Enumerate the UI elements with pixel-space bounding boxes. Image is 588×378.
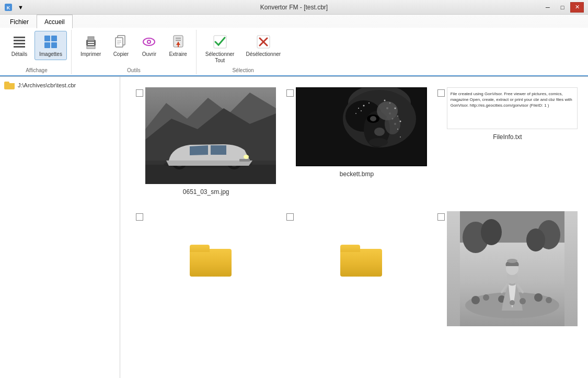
svg-rect-9: [51, 42, 57, 48]
svg-text:K: K: [7, 5, 10, 10]
svg-point-59: [355, 113, 356, 114]
svg-point-62: [384, 100, 386, 101]
print-icon: [83, 33, 99, 50]
svg-point-69: [386, 107, 388, 109]
window-controls: ─ □ ✕: [541, 2, 584, 13]
copy-icon: [112, 33, 129, 50]
file-name: 0651_03_sm.jpg: [183, 188, 229, 196]
file-checkbox[interactable]: [437, 89, 445, 97]
sidebar-path: J:\Archives\cbr\test.cbr: [18, 82, 76, 88]
svg-point-79: [526, 228, 545, 251]
folder-icon-large: [340, 243, 382, 277]
file-thumbnail-container: [136, 87, 276, 184]
selectionner-tout-label: SélectionnerTout: [205, 51, 235, 64]
file-checkbox[interactable]: [286, 89, 294, 97]
imagettes-button[interactable]: Imagettes: [34, 31, 67, 60]
svg-point-58: [361, 110, 362, 111]
ribbon-tabs: Fichier Accueil: [0, 15, 588, 28]
selection-buttons: SélectionnerTout Désélectionner: [201, 31, 285, 66]
ribbon: Fichier Accueil Détails: [0, 15, 588, 77]
file-grid: 0651_03_sm.jpg: [136, 87, 578, 330]
file-thumbnail: [296, 87, 426, 166]
system-menu[interactable]: ▼: [16, 4, 26, 11]
title-bar-menu: ▼: [16, 4, 26, 11]
svg-point-66: [400, 121, 401, 122]
window-title: Konvertor FM - [test.cbr]: [260, 4, 328, 11]
svg-point-63: [389, 102, 390, 104]
file-thumbnail-container: [286, 211, 426, 308]
svg-rect-8: [44, 42, 50, 48]
file-name: beckett.bmp: [340, 170, 374, 178]
selectionner-tout-button[interactable]: SélectionnerTout: [201, 31, 239, 66]
folder-icon: [4, 81, 15, 89]
maximize-button[interactable]: □: [556, 2, 569, 13]
list-item[interactable]: [437, 211, 578, 330]
svg-rect-7: [51, 36, 57, 41]
svg-rect-5: [14, 46, 25, 48]
check-icon: [212, 33, 228, 50]
tab-fichier[interactable]: Fichier: [2, 15, 37, 28]
extraire-button[interactable]: Extraire: [164, 31, 191, 60]
alice-image: [447, 211, 578, 326]
ouvrir-label: Ouvrir: [142, 51, 156, 58]
deselectionner-button[interactable]: Désélectionner: [241, 31, 285, 60]
svg-point-71: [392, 118, 394, 120]
title-bar: K ▼ Konvertor FM - [test.cbr] ─ □ ✕: [0, 0, 588, 15]
svg-point-91: [510, 300, 515, 305]
uncheck-icon: [255, 33, 272, 50]
title-bar-left: K ▼: [4, 3, 26, 12]
selection-group-label: Sélection: [232, 67, 253, 73]
svg-point-61: [368, 102, 370, 104]
outils-buttons: Imprimer Copier: [76, 31, 192, 66]
file-thumbnail-container: [437, 211, 578, 326]
list-item[interactable]: [286, 211, 426, 330]
file-thumbnail-container: [286, 87, 426, 166]
file-checkbox[interactable]: [136, 89, 143, 97]
ribbon-group-selection: SélectionnerTout Désélectionner Sélectio…: [197, 30, 290, 74]
copier-label: Copier: [113, 51, 129, 58]
minimize-button[interactable]: ─: [541, 2, 555, 13]
sidebar: J:\Archives\cbr\test.cbr: [0, 77, 120, 378]
imprimer-button[interactable]: Imprimer: [76, 31, 106, 60]
svg-rect-13: [88, 37, 94, 41]
svg-point-55: [374, 128, 385, 136]
svg-point-85: [546, 297, 552, 303]
details-button[interactable]: Détails: [6, 31, 32, 60]
file-checkbox[interactable]: [437, 213, 445, 221]
svg-point-70: [389, 112, 391, 114]
list-item[interactable]: beckett.bmp: [286, 87, 426, 196]
sidebar-item-archive[interactable]: J:\Archives\cbr\test.cbr: [0, 79, 120, 91]
file-thumbnail: [145, 87, 276, 184]
file-thumbnail-container: File created using GonVisor. Free viewer…: [437, 87, 578, 129]
list-item[interactable]: [136, 211, 276, 330]
list-item[interactable]: File created using GonVisor. Free viewer…: [437, 87, 578, 196]
list-icon: [11, 33, 28, 50]
svg-point-84: [534, 293, 543, 302]
file-checkbox[interactable]: [136, 213, 143, 221]
ribbon-group-outils: Imprimer Copier: [72, 30, 197, 74]
svg-rect-11: [88, 42, 94, 43]
svg-rect-6: [44, 36, 50, 41]
extract-icon: [170, 33, 187, 50]
tab-accueil[interactable]: Accueil: [37, 15, 73, 28]
close-button[interactable]: ✕: [570, 2, 584, 13]
file-checkbox[interactable]: [286, 213, 294, 221]
svg-point-64: [395, 108, 396, 109]
svg-point-67: [397, 129, 398, 130]
ouvrir-button[interactable]: Ouvrir: [136, 31, 162, 60]
svg-point-82: [483, 294, 489, 301]
grid-icon: [42, 33, 59, 50]
svg-rect-4: [14, 43, 25, 44]
svg-rect-12: [88, 44, 94, 45]
outils-group-label: Outils: [127, 67, 141, 73]
main-layout: J:\Archives\cbr\test.cbr: [0, 77, 588, 378]
svg-point-22: [148, 41, 150, 43]
svg-point-88: [507, 259, 517, 263]
svg-point-68: [400, 136, 401, 138]
ribbon-group-affichage: Détails Imagettes: [2, 30, 72, 74]
file-text-preview: File created using GonVisor. Free viewer…: [447, 87, 578, 129]
list-item[interactable]: 0651_03_sm.jpg: [136, 87, 276, 196]
copier-button[interactable]: Copier: [108, 31, 134, 60]
svg-rect-45: [239, 159, 250, 162]
deselectionner-label: Désélectionner: [246, 51, 281, 58]
